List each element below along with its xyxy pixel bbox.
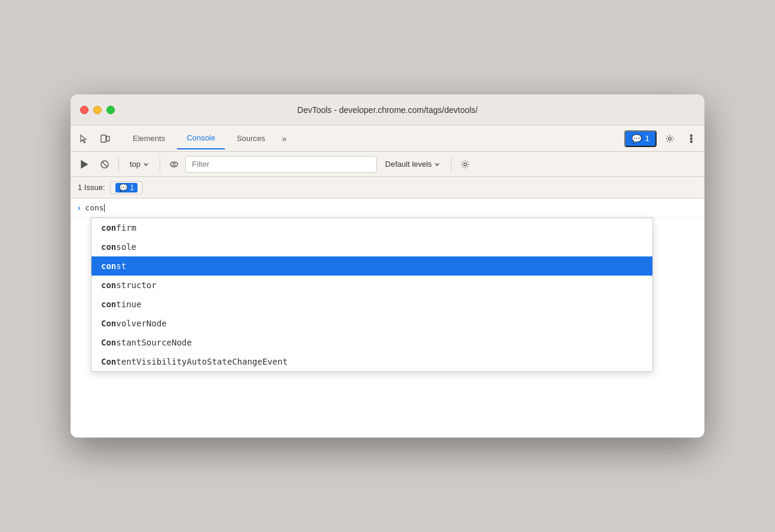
title-bar: DevTools - developer.chrome.com/tags/dev…	[71, 94, 704, 126]
devtools-window: DevTools - developer.chrome.com/tags/dev…	[71, 94, 704, 438]
maximize-button[interactable]	[106, 106, 115, 114]
autocomplete-item-const[interactable]: const	[91, 256, 652, 276]
console-gear-icon	[460, 159, 471, 170]
more-options-button[interactable]	[683, 130, 700, 147]
svg-rect-0	[101, 135, 106, 142]
svg-marker-6	[81, 161, 87, 168]
traffic-lights	[80, 106, 115, 114]
toolbar-divider-3	[451, 157, 451, 172]
autocomplete-item-contentvisibility[interactable]: ContentVisibilityAutoStateChangeEvent	[91, 352, 652, 371]
cursor-icon	[78, 133, 89, 144]
svg-rect-1	[106, 136, 109, 141]
context-selector[interactable]: top	[124, 157, 155, 171]
block-icon-button[interactable]	[96, 155, 114, 173]
more-tabs-button[interactable]: »	[277, 128, 292, 149]
issues-counter-button[interactable]: 💬 1	[624, 130, 657, 147]
settings-button[interactable]	[661, 130, 678, 147]
console-chevron: ›	[78, 203, 80, 212]
eye-button[interactable]	[165, 155, 183, 173]
tab-sources[interactable]: Sources	[227, 128, 275, 149]
gear-icon	[664, 133, 675, 144]
issues-badge: 💬 1	[115, 183, 138, 192]
svg-point-4	[691, 137, 692, 139]
autocomplete-item-constantsourcenode[interactable]: ConstantSourceNode	[91, 333, 652, 352]
svg-point-10	[173, 163, 175, 166]
device-toggle-button[interactable]	[97, 130, 114, 147]
default-levels-button[interactable]: Default levels	[379, 157, 446, 171]
tab-elements[interactable]: Elements	[123, 128, 175, 149]
tab-bar: Elements Console Sources » 💬 1	[71, 126, 704, 152]
svg-point-5	[691, 140, 692, 142]
svg-point-3	[691, 134, 692, 136]
eye-icon	[169, 159, 179, 170]
issues-badge-icon: 💬	[119, 184, 128, 192]
tab-bar-right: 💬 1	[624, 130, 700, 147]
issues-bar: 1 Issue: 💬 1	[71, 177, 704, 198]
svg-point-2	[669, 137, 672, 140]
autocomplete-dropdown: confirm console const constructor contin…	[91, 218, 653, 372]
svg-point-11	[464, 163, 467, 166]
console-settings-button[interactable]	[456, 155, 474, 173]
close-button[interactable]	[80, 106, 89, 114]
autocomplete-item-constructor[interactable]: constructor	[91, 276, 652, 295]
filter-input[interactable]	[185, 156, 377, 173]
console-input-line: › cons	[71, 198, 704, 218]
dropdown-arrow-icon	[143, 161, 149, 167]
autocomplete-item-confirm[interactable]: confirm	[91, 218, 652, 237]
console-content: › cons confirm console const constructor	[71, 198, 704, 438]
tab-console[interactable]: Console	[177, 128, 225, 149]
autocomplete-item-continue[interactable]: continue	[91, 295, 652, 314]
cursor	[104, 204, 105, 212]
toolbar-divider-1	[118, 157, 119, 172]
devtools-panel: Elements Console Sources » 💬 1	[71, 126, 704, 438]
issues-label: 1 Issue:	[78, 183, 105, 192]
issues-view-button[interactable]: 💬 1	[110, 181, 144, 194]
device-icon	[100, 133, 111, 144]
toolbar-divider-2	[160, 157, 160, 172]
block-icon	[99, 159, 110, 170]
kebab-icon	[686, 133, 697, 144]
autocomplete-item-convolvernode[interactable]: ConvolverNode	[91, 314, 652, 333]
minimize-button[interactable]	[93, 106, 102, 114]
tab-bar-icons	[75, 130, 114, 147]
console-input-text[interactable]: cons	[85, 203, 104, 212]
window-title: DevTools - developer.chrome.com/tags/dev…	[297, 105, 478, 115]
svg-line-8	[102, 161, 108, 167]
select-element-button[interactable]	[75, 130, 92, 147]
svg-point-9	[170, 162, 178, 167]
play-icon	[79, 159, 90, 170]
autocomplete-item-console[interactable]: console	[91, 237, 652, 256]
issues-chat-icon: 💬	[631, 134, 642, 143]
clear-console-button[interactable]	[75, 155, 93, 173]
console-toolbar: top Default levels	[71, 152, 704, 177]
levels-dropdown-icon	[434, 161, 440, 167]
